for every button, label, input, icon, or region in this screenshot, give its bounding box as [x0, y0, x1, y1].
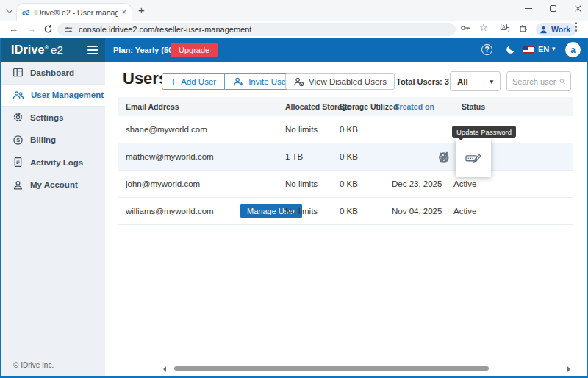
sidebar-item-dashboard[interactable]: Dashboard	[1, 62, 105, 85]
idrive-e2-logo[interactable]: IDrive®e2	[11, 43, 63, 57]
svg-text:$: $	[16, 137, 20, 143]
sort-desc-icon: ↓	[396, 103, 400, 111]
favicon-e2: e2	[22, 9, 29, 16]
sidebar-item-billing[interactable]: $ Billing	[1, 129, 105, 152]
cell-utilized: 0 KB	[340, 152, 358, 161]
cell-allocated: No limits	[285, 207, 318, 215]
add-user-button[interactable]: + Add User	[162, 74, 224, 89]
users-table: Email Address Allocated Storage Storage …	[118, 97, 573, 225]
cell-email: john@myworld.com	[126, 179, 200, 188]
sidebar-item-label: Activity Logs	[30, 158, 83, 167]
user-filter-dropdown[interactable]: All ▾	[450, 71, 501, 91]
cell-allocated: No limits	[285, 125, 318, 134]
table-row[interactable]: williams@myworld.com Manage User No limi…	[118, 198, 573, 225]
url-text: console.idrivee2.com/reseller-user-manag…	[79, 25, 251, 34]
window-controls	[525, 4, 582, 13]
sidebar-item-user-management[interactable]: User Management	[1, 85, 105, 107]
browser-window: e2 IDrive® e2 - User management × + ← → …	[0, 0, 588, 378]
sidebar-item-settings[interactable]: Settings	[1, 107, 105, 129]
cell-created: Nov 04, 2025	[392, 207, 442, 215]
us-flag-icon[interactable]	[523, 46, 534, 54]
dashboard-icon	[12, 67, 24, 78]
app-header: IDrive®e2 Plan: Yearly (50 TB) Upgrade ?…	[1, 38, 587, 62]
table-row[interactable]: john@myworld.com No limits 0 KB Dec 23, …	[118, 171, 573, 198]
tab-search-chevron-icon[interactable]	[6, 7, 13, 14]
upgrade-button[interactable]: Upgrade	[171, 43, 218, 57]
profile-label: Work	[551, 25, 570, 34]
copyright-footer: © IDrive Inc.	[13, 361, 54, 369]
total-users-count: Total Users: 3	[396, 77, 449, 86]
search-input[interactable]	[512, 77, 556, 86]
scroll-left-arrow[interactable]	[163, 366, 166, 372]
plus-icon: +	[171, 76, 176, 87]
cell-allocated: 1 TB	[285, 152, 303, 161]
cell-email: williams@myworld.com	[126, 207, 214, 215]
account-avatar[interactable]: a	[565, 42, 581, 57]
gear-icon	[12, 112, 24, 123]
sidebar-item-my-account[interactable]: My Account	[1, 174, 105, 197]
cell-utilized: 0 KB	[340, 125, 358, 134]
cell-email: mathew@myworld.com	[126, 152, 214, 161]
language-selector[interactable]: EN	[538, 45, 549, 54]
extensions-puzzle-icon[interactable]	[518, 23, 528, 33]
app-viewport: IDrive®e2 Plan: Yearly (50 TB) Upgrade ?…	[0, 38, 588, 378]
cell-utilized: 0 KB	[340, 207, 358, 215]
person-plus-icon	[233, 76, 244, 87]
tab-strip: e2 IDrive® e2 - User management × +	[0, 0, 588, 21]
users-icon	[12, 90, 24, 101]
update-password-icon	[465, 149, 482, 165]
forward-icon[interactable]: →	[26, 24, 36, 35]
svg-text:A: A	[502, 24, 506, 29]
window-close-icon[interactable]	[574, 4, 582, 13]
sidebar-item-label: Dashboard	[30, 68, 74, 77]
help-icon[interactable]: ?	[481, 44, 492, 55]
profile-chip[interactable]: Work	[536, 23, 576, 36]
user-actions-button-group: + Add User Invite Users	[162, 73, 302, 90]
browser-toolbar: ← → console.idrivee2.com/reseller-user-m…	[0, 21, 588, 38]
user-logs-icon[interactable]	[438, 151, 448, 163]
site-settings-icon[interactable]	[65, 26, 73, 34]
address-bar[interactable]: console.idrivee2.com/reseller-user-manag…	[57, 23, 456, 36]
update-password-action-card[interactable]	[456, 138, 491, 177]
cell-email: shane@myworld.com	[126, 125, 207, 134]
sidebar-item-label: User Management	[31, 90, 104, 99]
cell-status: Active	[453, 179, 476, 188]
search-icon[interactable]	[559, 76, 565, 86]
translate-icon[interactable]: A	[500, 23, 510, 33]
person-icon	[12, 179, 24, 190]
sidebar-item-label: Billing	[30, 135, 56, 144]
cell-utilized: 0 KB	[340, 179, 358, 188]
view-disabled-users-button[interactable]: View Disabled Users	[285, 73, 395, 90]
column-status: Status	[462, 102, 485, 111]
bookmark-star-icon[interactable]: ☆	[479, 22, 488, 33]
tab-close-icon[interactable]: ×	[122, 8, 126, 16]
dark-mode-moon-icon[interactable]	[505, 43, 517, 58]
password-manager-icon[interactable]	[460, 23, 470, 33]
table-header-row: Email Address Allocated Storage Storage …	[118, 97, 573, 116]
sidebar-item-activity-logs[interactable]: Activity Logs	[1, 151, 105, 174]
reload-icon[interactable]	[43, 24, 53, 37]
hamburger-menu-icon[interactable]	[87, 46, 98, 57]
new-tab-button[interactable]: +	[138, 4, 145, 16]
toolbar-divider	[531, 24, 531, 35]
chevron-down-icon: ▾	[490, 78, 493, 85]
horizontal-scrollbar-thumb[interactable]	[174, 366, 489, 371]
tab-title: IDrive® e2 - User management	[34, 8, 118, 17]
scroll-right-arrow[interactable]	[567, 366, 570, 372]
page-title: Users	[123, 69, 168, 88]
table-row-hovered[interactable]: mathew@myworld.com 1 TB 0 KB	[118, 143, 573, 171]
cell-allocated: No limits	[285, 179, 318, 188]
maximize-icon[interactable]	[550, 5, 556, 12]
browser-tab[interactable]: e2 IDrive® e2 - User management ×	[16, 3, 132, 21]
sidebar: Dashboard User Management Settings	[1, 62, 105, 376]
sidebar-item-label: Settings	[30, 113, 63, 122]
column-email: Email Address	[126, 102, 179, 111]
minimize-icon[interactable]	[525, 8, 532, 10]
column-storage-utilized: Storage Utilized	[340, 102, 398, 111]
browser-menu-kebab-icon[interactable]	[575, 26, 577, 28]
language-caret-icon[interactable]: ▾	[552, 45, 556, 52]
billing-dollar-icon: $	[12, 135, 24, 146]
back-icon[interactable]: ←	[9, 24, 18, 35]
search-box	[506, 71, 571, 91]
profile-avatar-icon	[539, 25, 548, 35]
